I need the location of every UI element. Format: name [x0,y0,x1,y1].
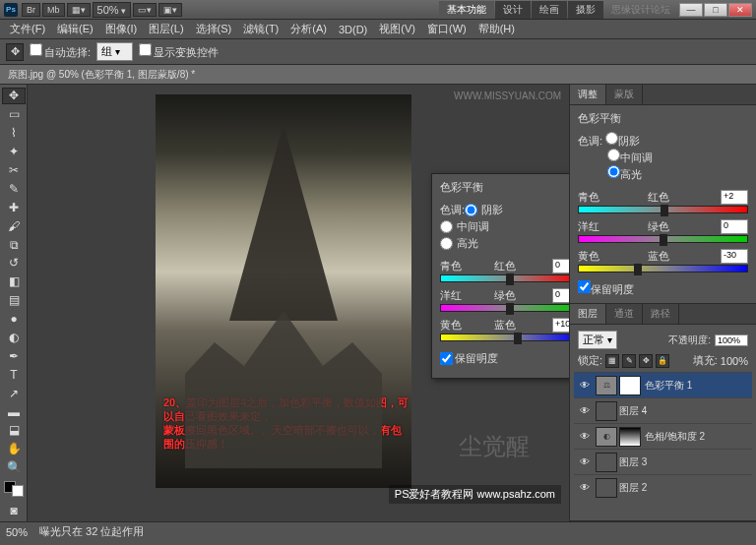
layers-tab[interactable]: 图层 [570,304,606,324]
lock-all-icon[interactable]: 🔒 [656,354,669,368]
heal-tool[interactable]: ✚ [2,199,26,215]
quickmask-tool[interactable]: ◙ [2,502,26,518]
auto-select-checkbox[interactable]: 自动选择: [30,43,91,60]
cyan-red-slider[interactable] [440,274,569,282]
move-tool[interactable]: ✥ [2,88,26,104]
channels-tab[interactable]: 通道 [606,304,643,324]
paths-tab[interactable]: 路径 [643,304,679,324]
bridge-button[interactable]: Br [22,3,40,17]
menu-edit[interactable]: 编辑(E) [51,20,99,38]
yellow-blue-slider[interactable] [440,333,569,341]
adj-yellow-blue-value[interactable]: -30 [721,249,748,264]
workspace-tab-photography[interactable]: 摄影 [568,1,603,19]
maximize-button[interactable]: □ [704,3,727,17]
dodge-tool[interactable]: ◐ [2,330,26,346]
adj-cyan-red-slider[interactable] [578,206,748,213]
status-zoom[interactable]: 50% [6,526,28,538]
menu-analysis[interactable]: 分析(A) [284,20,333,38]
document-tab[interactable]: 原图.jpg @ 50% (色彩平衡 1, 图层蒙版/8) * [0,65,756,85]
zoom-tool[interactable]: 🔍 [2,459,26,476]
layer-mask[interactable] [619,427,641,447]
color-swatch[interactable] [4,481,24,498]
visibility-icon[interactable]: 👁 [578,405,592,416]
crop-tool[interactable]: ✂ [2,162,26,179]
menu-layer[interactable]: 图层(L) [143,20,189,38]
tone-midtones-radio[interactable] [440,220,453,233]
color-balance-dialog[interactable]: 色彩平衡 色调: 阴影 中间调 高光 青色红色0 洋红绿色0 黄色蓝色+10 [431,173,569,379]
layer-row[interactable]: 👁 图层 4 [574,397,752,423]
brush-tool[interactable]: 🖌 [2,217,26,234]
lock-position-icon[interactable]: ✥ [639,354,653,368]
tone-shadows-radio[interactable] [465,204,477,216]
screen-mode-button[interactable]: ▣▾ [158,3,182,17]
menu-file[interactable]: 文件(F) [4,20,51,38]
workspace-tab-painting[interactable]: 绘画 [532,1,567,19]
eyedropper-tool[interactable]: ✎ [2,180,26,197]
view-extras-button[interactable]: ▦▾ [67,3,91,17]
layer-row[interactable]: 👁 ⚖ 色彩平衡 1 [574,372,752,397]
shape-tool[interactable]: ▬ [2,403,26,420]
minimize-button[interactable]: — [679,3,703,17]
adj-highlights-radio[interactable] [607,165,620,178]
fill-value[interactable]: 100% [721,355,748,367]
auto-select-dropdown[interactable]: 组 ▾ [96,42,133,61]
show-transform-checkbox[interactable]: 显示变换控件 [139,43,219,60]
preserve-luminosity-checkbox[interactable] [440,352,453,365]
layers-panel: 图层 通道 路径 正常 ▾ 不透明度: 100% 锁定: ▦ ✎ ✥ 🔒 填充:… [570,304,756,521]
lasso-tool[interactable]: ⌇ [2,125,26,142]
minibridge-button[interactable]: Mb [42,3,65,17]
menu-filter[interactable]: 滤镜(T) [237,20,284,38]
hand-tool[interactable]: ✋ [2,441,26,457]
magenta-green-value[interactable]: 0 [552,288,569,303]
masks-tab[interactable]: 蒙版 [606,85,643,104]
canvas-area[interactable]: 20、盖印为图层4之后，加色彩平衡，数值如图，可以自己看图效果来定， 蒙板擦回黑… [28,85,569,521]
menu-help[interactable]: 帮助(H) [472,20,521,38]
workspace-tab-design[interactable]: 设计 [495,1,531,19]
gradient-tool[interactable]: ▤ [2,292,26,309]
history-brush-tool[interactable]: ↺ [2,255,26,272]
adj-magenta-green-value[interactable]: 0 [721,219,748,234]
lock-pixels-icon[interactable]: ✎ [622,354,636,368]
layer-mask[interactable] [619,376,641,395]
menu-window[interactable]: 窗口(W) [421,20,472,38]
adj-cyan-red-value[interactable]: +2 [721,190,748,205]
visibility-icon[interactable]: 👁 [578,456,592,467]
adj-preserve-checkbox[interactable] [578,280,591,293]
menu-select[interactable]: 选择(S) [190,20,238,38]
pen-tool[interactable]: ✒ [2,347,26,364]
yellow-blue-value[interactable]: +10 [552,318,569,333]
close-button[interactable]: ✕ [728,3,752,17]
marquee-tool[interactable]: ▭ [2,106,26,123]
cyan-red-value[interactable]: 0 [552,259,569,273]
type-tool[interactable]: T [2,366,26,383]
arrange-button[interactable]: ▭▾ [133,3,157,17]
visibility-icon[interactable]: 👁 [578,431,592,442]
visibility-icon[interactable]: 👁 [578,482,592,493]
visibility-icon[interactable]: 👁 [578,380,592,391]
tone-highlights-radio[interactable] [440,237,453,250]
blend-mode-dropdown[interactable]: 正常 ▾ [578,331,617,349]
menu-image[interactable]: 图像(I) [99,20,143,38]
adj-yellow-blue-slider[interactable] [578,265,748,272]
stamp-tool[interactable]: ⧉ [2,236,26,253]
lock-transparency-icon[interactable]: ▦ [605,354,619,368]
blur-tool[interactable]: ● [2,311,26,328]
adj-midtones-radio[interactable] [607,149,620,161]
opacity-value[interactable]: 100% [715,334,748,346]
workspace-tab-essentials[interactable]: 基本功能 [439,1,494,19]
3d-tool[interactable]: ⬓ [2,422,26,439]
layer-row[interactable]: 👁 图层 3 [574,449,752,474]
path-tool[interactable]: ↗ [2,385,26,401]
zoom-dropdown[interactable]: 50% ▾ [93,2,132,18]
magenta-green-slider[interactable] [440,304,569,312]
layer-row[interactable]: 👁 图层 2 [574,474,752,500]
layer-row[interactable]: 👁 ◐ 色相/饱和度 2 [574,423,752,449]
red-label: 红色 [494,259,516,273]
eraser-tool[interactable]: ◧ [2,273,26,290]
adjustments-tab[interactable]: 调整 [570,85,606,104]
adj-magenta-green-slider[interactable] [578,235,748,243]
wand-tool[interactable]: ✦ [2,144,26,160]
menu-3d[interactable]: 3D(D) [333,22,373,37]
adj-shadows-radio[interactable] [605,132,618,145]
menu-view[interactable]: 视图(V) [373,20,421,38]
